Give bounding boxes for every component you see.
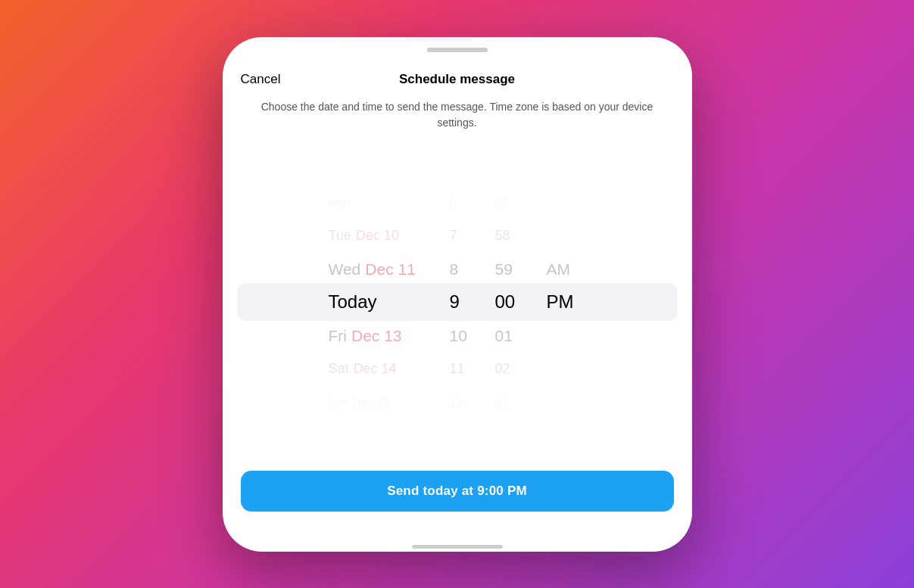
hour-cell-10: 10 [450, 328, 467, 344]
picker-row-tue: Tue Dec 10 [329, 219, 444, 252]
ampm-row-pm: PM [547, 285, 586, 319]
min-cell-00: 00 [495, 293, 516, 311]
hour-column: 6 7 8 9 10 11 [450, 185, 495, 418]
min-cell-01: 01 [495, 328, 513, 344]
ampm-row-empty5 [547, 385, 586, 418]
min-row-01: 01 [495, 319, 541, 352]
hour-row-8: 8 [450, 252, 495, 285]
subtitle-text: Choose the date and time to send the mes… [223, 96, 692, 143]
date-cell-sat: Sat Dec 14 [329, 362, 397, 375]
picker-container[interactable]: Mon Tue Dec 10 Wed Dec 11 [223, 143, 692, 462]
hour-row-12: 12 [450, 385, 495, 418]
picker-columns: Mon Tue Dec 10 Wed Dec 11 [223, 185, 692, 418]
send-button[interactable]: Send today at 9:00 PM [241, 471, 674, 512]
min-row-00: 00 [495, 285, 541, 319]
min-row-57: 57 [495, 185, 541, 219]
hour-cell-8: 8 [450, 261, 459, 277]
ampm-row-empty1 [547, 185, 586, 219]
min-cell-59: 59 [495, 261, 513, 277]
ampm-row-empty2 [547, 219, 586, 252]
min-cell-58: 58 [495, 229, 510, 242]
header: Cancel Schedule message [223, 60, 692, 96]
date-column: Mon Tue Dec 10 Wed Dec 11 [329, 185, 450, 418]
hour-cell-12: 12 [450, 397, 463, 408]
hour-cell-6: 6 [450, 197, 456, 208]
picker-row-today: Today [329, 285, 444, 319]
date-cell-fri: Fri Dec 13 [329, 328, 402, 344]
ampm-cell-pm: PM [547, 293, 574, 311]
date-cell-wed: Wed Dec 11 [329, 261, 416, 277]
hour-row-6: 6 [450, 185, 495, 219]
phone-notch [427, 48, 488, 52]
min-row-02: 02 [495, 352, 541, 385]
picker-row-sat: Sat Dec 14 [329, 352, 444, 385]
date-cell-sun: Sun Dec 15 [329, 397, 389, 408]
modal-content: Cancel Schedule message Choose the date … [223, 60, 692, 539]
home-indicator [412, 545, 503, 549]
min-row-58: 58 [495, 219, 541, 252]
ampm-row-am: AM [547, 252, 586, 285]
hour-row-7: 7 [450, 219, 495, 252]
ampm-row-empty3 [547, 319, 586, 352]
picker-row-wed: Wed Dec 11 [329, 252, 444, 285]
ampm-cell-am: AM [547, 261, 571, 277]
hour-cell-9: 9 [450, 293, 460, 311]
min-row-03: 03 [495, 385, 541, 418]
min-cell-03: 03 [495, 397, 508, 408]
minute-column: 57 58 59 00 01 02 [495, 185, 541, 418]
ampm-column: AM PM [541, 185, 586, 418]
phone-frame: Cancel Schedule message Choose the date … [223, 37, 692, 552]
ampm-row-empty4 [547, 352, 586, 385]
page-title: Schedule message [399, 72, 515, 87]
hour-row-11: 11 [450, 352, 495, 385]
hour-row-9: 9 [450, 285, 495, 319]
min-row-59: 59 [495, 252, 541, 285]
bottom-section: Send today at 9:00 PM [223, 462, 692, 524]
min-cell-02: 02 [495, 362, 510, 375]
hour-row-10: 10 [450, 319, 495, 352]
date-cell-today: Today [329, 293, 377, 311]
date-cell-mon: Mon [329, 197, 351, 208]
date-cell-tue: Tue Dec 10 [329, 229, 399, 242]
picker-row-mon: Mon [329, 185, 444, 219]
hour-cell-11: 11 [450, 362, 465, 375]
min-cell-57: 57 [495, 197, 508, 208]
hour-cell-7: 7 [450, 229, 457, 242]
picker-row-sun: Sun Dec 15 [329, 385, 444, 418]
cancel-button[interactable]: Cancel [241, 72, 281, 87]
picker-row-fri: Fri Dec 13 [329, 319, 444, 352]
